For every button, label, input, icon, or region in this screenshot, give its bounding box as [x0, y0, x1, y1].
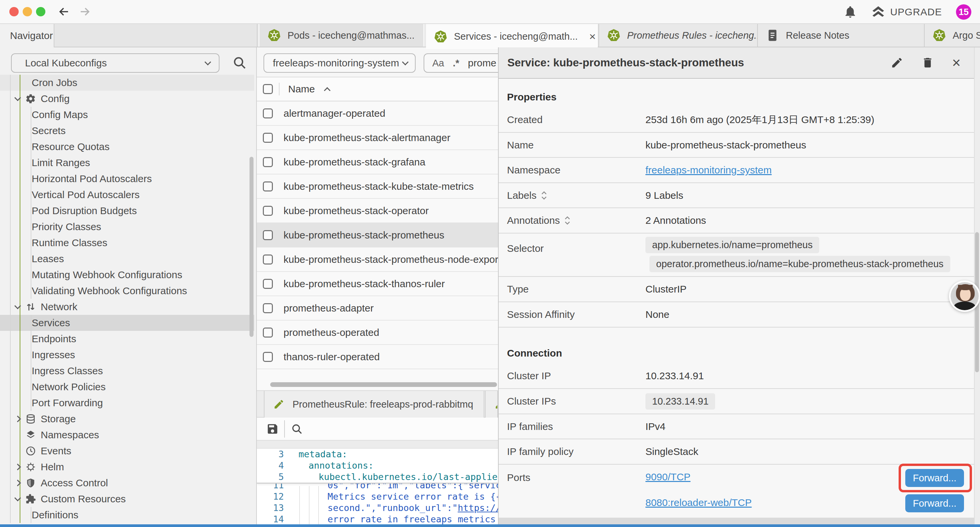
sidebar-item-limit-ranges[interactable]: Limit Ranges: [0, 155, 254, 171]
table-row[interactable]: kube-prometheus-stack-thanos-ruler: [257, 272, 498, 296]
sidebar-item-custom-resources[interactable]: Custom Resources: [0, 491, 254, 507]
table-row[interactable]: kube-prometheus-stack-grafana: [257, 150, 498, 174]
sidebar-search-icon[interactable]: [232, 56, 247, 70]
sidebar-item-mutating-webhook-configurations[interactable]: Mutating Webhook Configurations: [0, 267, 254, 283]
table-row[interactable]: kube-prometheus-stack-prometheus-node-ex…: [257, 247, 498, 272]
tab-prometheus-rules[interactable]: Prometheus Rules - icecheng...: [598, 24, 757, 47]
notifications-bell-icon[interactable]: [843, 5, 857, 19]
row-checkbox[interactable]: [263, 108, 273, 118]
sidebar-item-definitions[interactable]: Definitions: [0, 507, 254, 523]
match-case-icon[interactable]: Aa: [432, 58, 444, 69]
table-row[interactable]: kube-prometheus-stack-kube-state-metrics: [257, 174, 498, 199]
namespace-select[interactable]: freeleaps-monitoring-system: [264, 53, 415, 73]
sidebar-item-secrets[interactable]: Secrets: [0, 123, 254, 139]
horizontal-scrollbar[interactable]: [270, 382, 497, 387]
sidebar-item-port-forwarding[interactable]: Port Forwarding: [0, 395, 254, 411]
sidebar-item-helm[interactable]: Helm: [0, 459, 254, 475]
sidebar-item-config[interactable]: Config: [0, 91, 254, 107]
row-checkbox[interactable]: [263, 303, 273, 313]
sidebar-item-resource-quotas[interactable]: Resource Quotas: [0, 139, 254, 155]
row-label: Cluster IPs: [507, 396, 646, 407]
row-value[interactable]: 2 Annotations: [646, 215, 706, 226]
sidebar-item-network[interactable]: Network: [0, 299, 254, 315]
sidebar-item-ingress-classes[interactable]: Ingress Classes: [0, 363, 254, 379]
tab-editor-partial[interactable]: [485, 391, 498, 417]
name-column-header[interactable]: Name: [288, 83, 315, 95]
indent-guide: [31, 315, 31, 411]
regex-icon[interactable]: .*: [453, 58, 459, 69]
sidebar-item-namespaces[interactable]: Namespaces: [0, 427, 254, 443]
cluster-ip-chip[interactable]: 10.233.14.91: [646, 393, 715, 409]
sidebar-item-storage[interactable]: Storage: [0, 411, 254, 427]
sort-updown-icon[interactable]: [540, 190, 548, 201]
tab-argo[interactable]: Argo Se: [924, 24, 980, 47]
code-link[interactable]: https://net: [458, 502, 498, 514]
close-window-button[interactable]: [10, 7, 19, 16]
sidebar-item-priority-classes[interactable]: Priority Classes: [0, 219, 254, 235]
table-row[interactable]: alertmanager-operated: [257, 101, 498, 126]
trash-icon[interactable]: [921, 56, 934, 69]
row-checkbox[interactable]: [263, 206, 273, 216]
sidebar-item-horizontal-pod-autoscalers[interactable]: Horizontal Pod Autoscalers: [0, 171, 254, 187]
namespace-link[interactable]: freeleaps-monitoring-system: [646, 164, 772, 176]
row-checkbox[interactable]: [263, 255, 273, 264]
row-value[interactable]: 9 Labels: [646, 190, 683, 201]
close-panel-icon[interactable]: ×: [952, 56, 961, 70]
row-checkbox[interactable]: [263, 328, 273, 338]
table-row[interactable]: kube-prometheus-stack-alertmanager: [257, 126, 498, 150]
forward-button-8080[interactable]: Forward...: [905, 494, 964, 512]
filter-input[interactable]: Aa .* prome: [424, 53, 498, 73]
port-link-9090[interactable]: 9090/TCP: [646, 471, 690, 482]
save-icon[interactable]: [266, 423, 279, 435]
back-arrow-icon[interactable]: [58, 6, 70, 18]
tab-prometheusrule-editor[interactable]: PrometheusRule: freeleaps-prod-rabbitmq: [264, 391, 484, 417]
row-checkbox[interactable]: [263, 230, 273, 240]
database-icon: [25, 414, 36, 424]
sidebar-item-pod-disruption-budgets[interactable]: Pod Disruption Budgets: [0, 203, 254, 219]
sidebar-item-cron-jobs[interactable]: Cron Jobs: [0, 75, 254, 91]
sidebar-item-services[interactable]: Services: [0, 315, 254, 331]
kubeconfig-select[interactable]: Local Kubeconfigs: [11, 53, 220, 73]
sidebar-item-config-maps[interactable]: Config Maps: [0, 107, 254, 123]
tab-navigator[interactable]: Navigator: [0, 24, 54, 47]
selector-chip[interactable]: app.kubernetes.io/name=prometheus: [646, 237, 819, 253]
table-row-selected[interactable]: kube-prometheus-stack-prometheus: [257, 223, 498, 247]
forward-arrow-icon[interactable]: [79, 6, 91, 18]
table-row[interactable]: prometheus-adapter: [257, 296, 498, 320]
selector-chip[interactable]: operator.prometheus.io/name=kube-prometh…: [649, 256, 950, 272]
user-avatar[interactable]: [949, 280, 980, 312]
row-checkbox[interactable]: [263, 352, 273, 362]
sidebar-item-validating-webhook-configurations[interactable]: Validating Webhook Configurations: [0, 283, 254, 299]
tab-services[interactable]: Services - icecheng@math... ×: [426, 24, 598, 49]
notification-count-badge[interactable]: 15: [956, 4, 971, 20]
table-row[interactable]: thanos-ruler-operated: [257, 345, 498, 369]
sidebar-item-runtime-classes[interactable]: Runtime Classes: [0, 235, 254, 251]
sidebar-item-leases[interactable]: Leases: [0, 251, 254, 267]
sidebar-item-network-policies[interactable]: Network Policies: [0, 379, 254, 395]
tab-release-notes[interactable]: Release Notes: [757, 24, 924, 47]
sidebar-item-ingresses[interactable]: Ingresses: [0, 347, 254, 363]
sidebar-item-vertical-pod-autoscalers[interactable]: Vertical Pod Autoscalers: [0, 187, 254, 203]
close-tab-icon[interactable]: ×: [589, 30, 596, 43]
edit-pencil-icon[interactable]: [891, 56, 903, 69]
minimize-window-button[interactable]: [23, 7, 32, 16]
sort-ascending-icon[interactable]: [324, 87, 331, 94]
row-checkbox[interactable]: [263, 279, 273, 289]
sidebar-item-access-control[interactable]: Access Control: [0, 475, 254, 491]
row-checkbox[interactable]: [263, 133, 273, 143]
editor-search-icon[interactable]: [291, 423, 303, 435]
sidebar-item-events[interactable]: Events: [0, 443, 254, 459]
yaml-editor[interactable]: 3metadata: 4annotations: 5kubectl.kubern…: [257, 449, 498, 524]
table-row[interactable]: kube-prometheus-stack-operator: [257, 199, 498, 223]
upgrade-button[interactable]: UPGRADE: [871, 5, 942, 19]
sidebar-scrollbar[interactable]: [250, 157, 253, 337]
sort-updown-icon[interactable]: [564, 215, 571, 226]
tab-pods[interactable]: Pods - icecheng@mathmas...: [259, 24, 424, 47]
select-all-checkbox[interactable]: [263, 84, 273, 94]
sidebar-item-endpoints[interactable]: Endpoints: [0, 331, 254, 347]
table-row[interactable]: prometheus-operated: [257, 320, 498, 345]
row-checkbox[interactable]: [263, 157, 273, 167]
maximize-window-button[interactable]: [36, 7, 45, 16]
port-link-8080[interactable]: 8080:reloader-web/TCP: [646, 497, 752, 508]
row-checkbox[interactable]: [263, 182, 273, 191]
